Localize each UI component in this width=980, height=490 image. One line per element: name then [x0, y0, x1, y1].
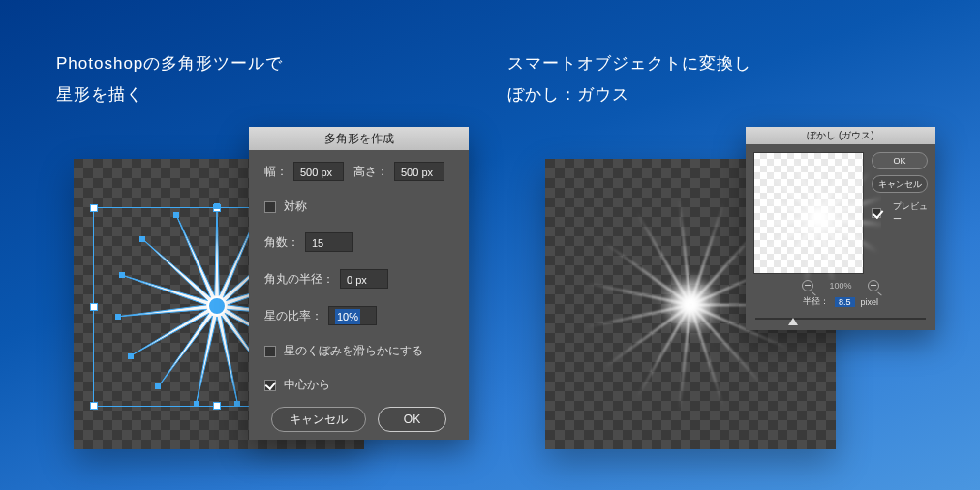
radius-label: 半径： — [803, 295, 829, 308]
resize-handle[interactable] — [90, 402, 98, 410]
caption-line: Photoshopの多角形ツールで — [56, 48, 283, 79]
from-center-checkbox[interactable] — [264, 380, 276, 391]
corner-radius-input[interactable]: 0 px — [340, 269, 388, 289]
zoom-value: 100% — [829, 281, 851, 291]
symmetry-checkbox[interactable] — [264, 201, 276, 213]
path-anchor[interactable] — [115, 314, 121, 320]
path-anchor[interactable] — [173, 212, 179, 218]
preview-checkbox[interactable] — [872, 208, 881, 218]
slider-thumb[interactable] — [788, 313, 798, 325]
radius-input[interactable]: 8.5 — [835, 297, 855, 307]
resize-handle[interactable] — [90, 303, 98, 311]
corner-radius-label: 角丸の半径： — [264, 271, 334, 288]
path-anchor[interactable] — [139, 236, 145, 242]
preview-label: プレビュー — [893, 200, 928, 226]
path-anchor[interactable] — [214, 203, 220, 209]
height-label: 高さ： — [353, 164, 388, 180]
path-anchor[interactable] — [119, 272, 125, 278]
smooth-indents-label: 星のくぼみを滑らかにする — [284, 343, 423, 359]
height-input[interactable]: 500 px — [394, 162, 444, 181]
radius-slider[interactable] — [755, 312, 926, 325]
ok-button[interactable]: OK — [378, 407, 446, 432]
path-anchor[interactable] — [194, 401, 199, 407]
preview-star-icon — [746, 144, 881, 280]
caption-line: ぼかし：ガウス — [507, 79, 751, 110]
caption-polygon: Photoshopの多角形ツールで 星形を描く — [56, 48, 283, 111]
zoom-in-icon[interactable] — [868, 280, 879, 291]
caption-line: 星形を描く — [56, 79, 283, 110]
dialog-title: ぼかし (ガウス) — [746, 127, 935, 144]
smooth-indents-checkbox[interactable] — [264, 346, 276, 357]
path-anchor[interactable] — [155, 383, 161, 389]
create-polygon-dialog: 多角形を作成 幅： 500 px 高さ： 500 px 対称 角数： 15 角丸… — [249, 127, 469, 440]
gaussian-blur-dialog: ぼかし (ガウス) OK キャンセル プレビュー 100% 半径： 8.5 pi… — [746, 127, 935, 330]
cancel-button[interactable]: キャンセル — [271, 407, 366, 432]
from-center-label: 中心から — [284, 377, 330, 393]
star-ratio-input[interactable]: 10% — [328, 306, 377, 325]
resize-handle[interactable] — [90, 204, 98, 212]
symmetry-label: 対称 — [284, 199, 307, 215]
path-anchor[interactable] — [128, 353, 134, 359]
radius-unit: pixel — [861, 297, 879, 307]
dialog-title: 多角形を作成 — [249, 127, 469, 150]
sides-input[interactable]: 15 — [305, 232, 353, 252]
path-anchor[interactable] — [234, 401, 240, 407]
sides-label: 角数： — [264, 234, 299, 251]
caption-line: スマートオブジェクトに変換し — [507, 48, 751, 79]
width-label: 幅： — [264, 164, 288, 180]
width-input[interactable]: 500 px — [293, 162, 344, 181]
zoom-out-icon[interactable] — [802, 280, 813, 291]
slider-track — [755, 318, 926, 320]
caption-gaussian: スマートオブジェクトに変換し ぼかし：ガウス — [507, 48, 751, 111]
blur-preview-pane[interactable] — [753, 152, 864, 274]
star-ratio-label: 星の比率： — [264, 308, 322, 324]
resize-handle[interactable] — [213, 402, 221, 410]
